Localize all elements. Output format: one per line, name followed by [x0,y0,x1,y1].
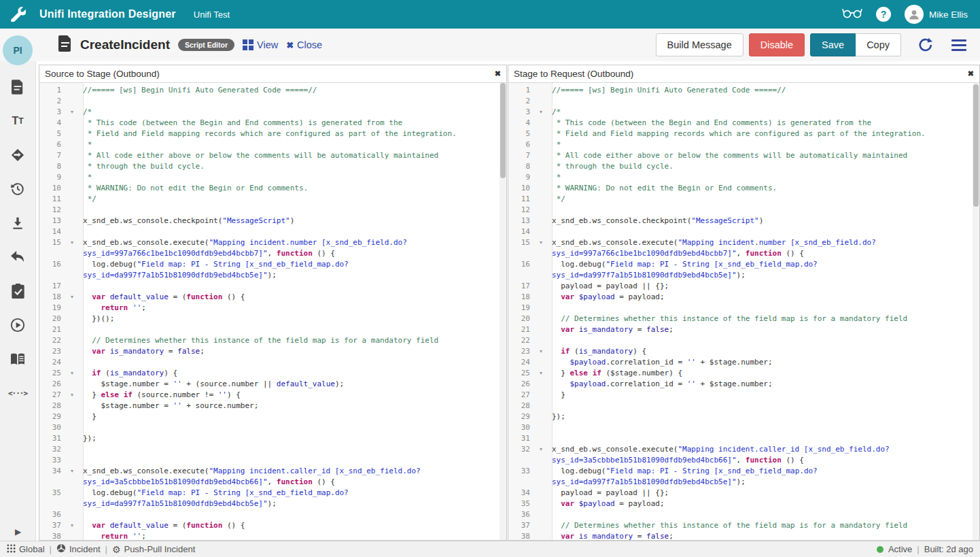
panel-close-icon[interactable]: ✖ [968,69,974,78]
fold-arrow-icon[interactable]: ▾ [530,444,552,455]
code-line[interactable]: 2 [508,96,973,107]
code-line[interactable]: 9 * [508,172,973,183]
code-line[interactable]: 13x_snd_eb.ws_console.checkpoint("Messag… [39,216,500,226]
scope-link[interactable]: Global [7,544,45,555]
code-line[interactable]: 24 [39,357,500,368]
integration-link[interactable]: Incident [56,543,101,555]
code-line[interactable]: 27▾ } else if (source.number != '') { [39,390,500,401]
text-format-icon[interactable]: TT [10,113,26,129]
fold-arrow-icon[interactable]: ▾ [530,368,552,379]
fold-arrow-icon[interactable]: ▾ [61,237,83,248]
code-line[interactable]: 5 * Field and Field mapping records whic… [39,129,500,139]
code-line[interactable]: 33 [39,455,500,466]
code-line[interactable]: 20 // Determines whether this instance o… [508,314,973,324]
copy-button[interactable]: Copy [856,33,901,56]
code-line[interactable]: 25▾ if (is_mandatory) { [39,368,500,379]
code-line[interactable]: 22 [508,335,973,346]
code-line[interactable]: 14 [39,226,500,237]
process-link[interactable]: ⚙ Push-Pull Incident [112,544,195,555]
scrollbar-thumb[interactable] [500,83,506,178]
build-message-button[interactable]: Build Message [656,33,743,56]
download-icon[interactable] [10,215,26,231]
code-line[interactable]: 24 $payload.correlation_id = '' + $stage… [508,357,973,368]
code-line[interactable]: 10 * WARNING: Do not edit the Begin or E… [508,183,973,194]
fold-arrow-icon[interactable]: ▾ [61,520,83,531]
code-line[interactable]: 13x_snd_eb.ws_console.checkpoint("Messag… [508,216,973,226]
code-line[interactable]: 18▾ var default_value = (function () { [39,292,500,303]
code-line[interactable]: 3▾/* [39,107,500,118]
code-line[interactable]: 21 var is_mandatory = false; [508,324,973,335]
code-line[interactable]: 17 [39,281,500,292]
code-line[interactable]: 12 [508,205,973,216]
nav-environment[interactable]: Unifi Test [194,10,230,20]
menu-icon[interactable] [949,37,969,54]
code-line[interactable]: 25▾ } else if ($stage.number) { [508,368,973,379]
code-icon[interactable]: <···> [10,385,26,401]
code-line[interactable]: 32▾x_snd_eb.ws_console.execute("Mapping … [508,444,973,466]
code-line[interactable]: 36 [39,509,500,520]
code-line[interactable]: 37▾ var default_value = (function () { [39,520,500,531]
code-line[interactable]: 34 payload = payload || {}; [508,488,973,499]
code-line[interactable]: 29 } [39,411,500,422]
fold-arrow-icon[interactable]: ▾ [530,237,552,248]
code-line[interactable]: 8 * through the build cycle. [39,161,500,172]
code-line[interactable]: 12 [39,205,500,216]
code-line[interactable]: 11 */ [39,194,500,205]
history-icon[interactable] [10,181,26,197]
code-line[interactable]: 5 * Field and Field mapping records whic… [508,129,973,139]
code-line[interactable]: 28 [508,401,973,411]
panel-close-icon[interactable]: ✖ [495,69,501,78]
code-line[interactable]: 26 $payload.correlation_id = '' + $stage… [508,379,973,390]
fold-arrow-icon[interactable]: ▾ [61,107,83,118]
code-line[interactable]: 4 * This code (between the Begin and End… [39,118,500,129]
navigate-diamond-icon[interactable] [10,147,26,163]
fold-arrow-icon[interactable]: ▾ [61,466,83,477]
document-icon[interactable] [10,79,26,95]
code-line[interactable]: 27 } [508,390,973,401]
code-line[interactable]: 4 * This code (between the Begin and End… [508,118,973,129]
sidebar-expand-icon[interactable]: ▶ [0,527,36,537]
docs-book-icon[interactable] [10,351,26,367]
disable-button[interactable]: Disable [749,33,805,56]
view-button[interactable]: View [243,39,278,50]
code-line[interactable]: 15▾x_snd_eb.ws_console.execute("Mapping … [508,237,973,259]
code-line[interactable]: 35 var $payload = payload; [508,499,973,509]
code-line[interactable]: 33 log.debug("Field map: PI - String [x_… [508,466,973,488]
tasks-icon[interactable] [10,283,26,299]
code-line[interactable]: 31}); [39,433,500,444]
code-line[interactable]: 36 [508,509,973,520]
code-line[interactable]: 35 log.debug("Field map: PI - String [x_… [39,488,500,509]
code-line[interactable]: 21 [39,324,500,335]
fold-arrow-icon[interactable]: ▾ [530,107,552,118]
code-line[interactable]: 28 $stage.number = '' + source.number; [39,401,500,411]
code-line[interactable]: 38 var is_mandatory = false; [508,531,973,540]
user-menu[interactable]: Mike Ellis [905,5,968,24]
code-line[interactable]: 37 // Determines whether this instance o… [508,520,973,531]
code-line[interactable]: 10 * WARNING: Do not edit the Begin or E… [39,183,500,194]
play-icon[interactable] [10,317,26,333]
close-button[interactable]: ✖ Close [286,39,322,50]
code-line[interactable]: 32 [39,444,500,455]
code-editor[interactable]: 1//===== [ws] Begin Unifi Auto Generated… [39,83,500,540]
fold-arrow-icon[interactable]: ▾ [61,292,83,303]
code-line[interactable]: 22 // Determines whether this instance o… [39,335,500,346]
fold-arrow-icon[interactable]: ▾ [61,390,83,401]
code-line[interactable]: 8 * through the build cycle. [508,161,973,172]
vertical-scrollbar[interactable] [500,83,506,540]
code-line[interactable]: 14 [508,226,973,237]
code-line[interactable]: 16 log.debug("Field map: PI - String [x_… [508,259,973,281]
code-line[interactable]: 23▾ if (is_mandatory) { [508,346,973,357]
code-line[interactable]: 11 */ [508,194,973,205]
code-line[interactable]: 3▾/* [508,107,973,118]
code-line[interactable]: 7 * All code either above or below the c… [39,150,500,161]
code-line[interactable]: 16 log.debug("Field map: PI - String [x_… [39,259,500,281]
save-button[interactable]: Save [810,33,856,56]
code-line[interactable]: 19 [508,303,973,314]
integration-avatar[interactable]: PI [3,35,33,65]
code-line[interactable]: 29}); [508,411,973,422]
code-line[interactable]: 26 $stage.number = '' + (source.number |… [39,379,500,390]
code-line[interactable]: 23 var is_mandatory = false; [39,346,500,357]
code-line[interactable]: 1//===== [ws] Begin Unifi Auto Generated… [508,85,973,96]
code-line[interactable]: 1//===== [ws] Begin Unifi Auto Generated… [39,85,500,96]
code-line[interactable]: 6 * [508,139,973,150]
